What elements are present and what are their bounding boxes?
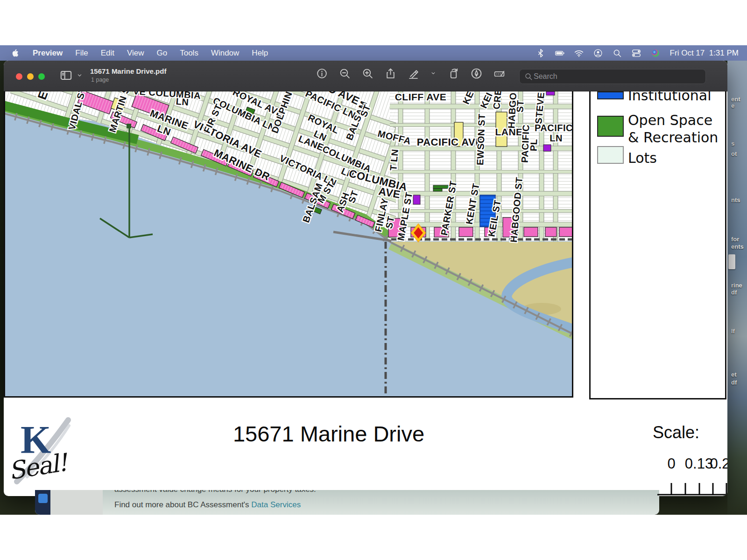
scale-bar (654, 480, 727, 496)
toolbar-icons (316, 67, 505, 79)
search-field[interactable] (519, 69, 706, 84)
control-center-icon[interactable] (632, 49, 641, 58)
share-icon[interactable] (384, 67, 396, 79)
zoom-in-icon[interactable] (361, 67, 374, 79)
chevron-down-icon[interactable] (430, 67, 437, 79)
scale-label: Scale: (634, 423, 718, 442)
control-center-icon (632, 49, 641, 58)
menu-bar: PreviewFileEditViewGoToolsWindowHelp Fri… (0, 45, 747, 61)
status-icons (536, 49, 660, 58)
menu-item-window[interactable]: Window (211, 49, 239, 58)
desktop: entesotntsforentsrinedflfetdf PreviewFil… (0, 45, 747, 515)
bluetooth-icon (536, 49, 545, 58)
menu-clock[interactable]: Fri Oct 17 1:31 PM (670, 49, 739, 58)
menu-item-go[interactable]: Go (157, 49, 168, 58)
search-icon (524, 72, 533, 81)
desktop-file-label: s (731, 140, 734, 147)
pdf-page-title: 15671 Marine Drive (186, 421, 472, 447)
search-input[interactable] (533, 72, 684, 81)
scale-number: 0.2 (710, 455, 727, 472)
battery-icon[interactable] (555, 49, 564, 58)
street-label: PACIFIC AVE (417, 136, 483, 148)
zoning-map: EVIDAL STMARTIN STVE COLUMBIALNROYAL AVE… (4, 91, 573, 398)
desktop-file-label: et (731, 371, 737, 378)
search-icon[interactable] (613, 49, 622, 58)
street-label: EWSON ST (475, 113, 487, 165)
desktop-file-label: ent (731, 96, 740, 103)
zoom-out-icon[interactable] (338, 67, 351, 79)
chevron-down-icon (430, 70, 437, 77)
legend-label-1: Open Space & Recreation (628, 112, 718, 146)
street-label: T LN (388, 148, 400, 171)
data-services-link[interactable]: Data Services (251, 500, 301, 509)
sidebar-control[interactable] (60, 69, 83, 82)
street-label: PACIFIC (535, 123, 573, 133)
menu-item-help[interactable]: Help (252, 49, 268, 58)
battery-icon (555, 49, 564, 58)
desktop-file-label: df (731, 379, 737, 386)
close-button[interactable] (16, 73, 22, 80)
user-icon (593, 49, 603, 58)
user-icon[interactable] (593, 49, 603, 58)
document-page-count: 1 page (91, 77, 109, 83)
desktop-file-label: ents (731, 243, 744, 250)
siri-icon (651, 49, 660, 58)
rotate-icon (448, 68, 459, 79)
siri-icon[interactable] (651, 49, 660, 58)
sidebar-icon (60, 69, 72, 82)
company-logo: K Seal! (4, 412, 87, 496)
desktop-file-label: for (731, 236, 739, 243)
street-label: LN (550, 133, 563, 143)
chevron-down-icon[interactable] (76, 72, 83, 79)
search-icon (524, 72, 533, 81)
signature-icon (493, 68, 505, 79)
window-titlebar[interactable]: 15671 Marine Drive.pdf 1 page (4, 61, 727, 91)
menu-item-edit[interactable]: Edit (101, 49, 114, 58)
signature-icon[interactable] (493, 67, 505, 79)
scale-number: 0 (667, 455, 675, 472)
menu-item-preview[interactable]: Preview (33, 49, 63, 58)
desktop-file-label: lf (731, 328, 735, 335)
markup-icon[interactable] (470, 67, 482, 79)
legend-label-2: Lots (628, 150, 657, 167)
browser-text-line: assessment value change means for your p… (114, 490, 316, 494)
legend-swatch-0 (597, 91, 624, 99)
menu-item-tools[interactable]: Tools (180, 49, 198, 58)
browser-text: Find out more about BC Assessment's (114, 500, 251, 509)
wifi-icon (574, 49, 584, 58)
share-icon (385, 68, 396, 79)
desktop-file-label: e (731, 102, 734, 109)
preview-window: EVIDAL STMARTIN STVE COLUMBIALNROYAL AVE… (4, 61, 727, 496)
info-icon[interactable] (316, 67, 328, 79)
highlight-icon[interactable] (407, 67, 419, 79)
chevron-down-icon (76, 72, 83, 79)
zoom-button[interactable] (38, 73, 45, 80)
rotate-icon[interactable] (447, 67, 459, 79)
info-icon (316, 68, 328, 79)
menu-item-view[interactable]: View (127, 49, 144, 58)
wifi-icon[interactable] (574, 49, 584, 58)
desktop-file-label: rine (731, 282, 742, 289)
apple-logo[interactable] (11, 49, 20, 57)
scale-number: 0.13 (685, 455, 713, 472)
legend-swatch-2 (597, 146, 624, 164)
zoom-out-icon (339, 68, 351, 79)
desktop-file-icon[interactable] (728, 254, 735, 269)
street-label: ST (514, 100, 525, 113)
street-label: CLIFF AVE (395, 91, 447, 102)
minimize-button[interactable] (27, 73, 34, 80)
street-label: CRE (491, 91, 503, 110)
legend-swatch-1 (597, 116, 624, 137)
desktop-wallpaper: entesotntsforentsrinedflfetdf (727, 45, 747, 515)
apple-logo (11, 49, 20, 57)
bluetooth-icon[interactable] (536, 49, 545, 58)
menu-items: PreviewFileEditViewGoToolsWindowHelp (0, 49, 268, 58)
sidebar-icon[interactable] (60, 69, 72, 82)
street-label: LN (176, 96, 189, 107)
map-legend: InstitutionalOpen Space & RecreationLots (589, 91, 726, 399)
zoom-in-icon (362, 68, 374, 79)
street-label: PL (529, 139, 539, 151)
background-browser-window: assessment value change means for your p… (35, 490, 659, 515)
menu-item-file[interactable]: File (75, 49, 88, 58)
search-icon (613, 49, 622, 58)
